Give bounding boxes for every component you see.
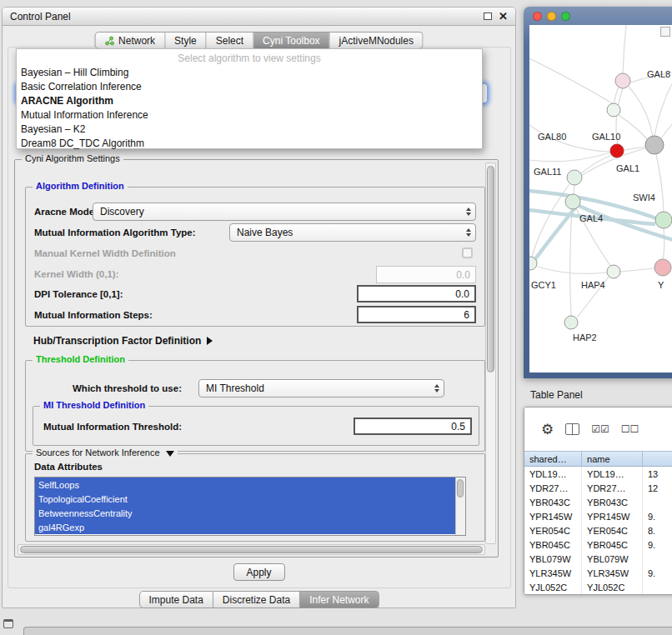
mi-type-select[interactable]: Naive Bayes [229,223,476,242]
algorithm-placeholder[interactable]: Select algorithm to view settings [17,51,482,65]
tab-discretize-data[interactable]: Discretize Data [213,591,300,608]
control-panel-titlebar[interactable]: Control Panel ✕ [3,8,515,26]
network-node-gal10-selected[interactable] [610,144,624,158]
network-node-hap2[interactable] [564,316,578,329]
settings-horizontal-scrollbar-thumb[interactable] [20,546,483,553]
minimize-window-button[interactable] [547,12,556,21]
restore-panel-icon[interactable] [3,619,13,628]
network-node[interactable] [654,259,671,276]
gear-icon[interactable]: ⚙ [541,422,554,437]
expand-arrow-icon [207,337,213,345]
settings-vertical-scrollbar[interactable] [485,162,496,544]
cell[interactable] [643,495,672,509]
cell[interactable]: YPR145W [524,509,582,523]
attribute-item[interactable]: BetweennessCentrality [35,506,465,520]
cell[interactable] [643,580,672,594]
settings-horizontal-scrollbar[interactable] [18,544,485,555]
close-icon[interactable]: ✕ [499,11,508,22]
tab-network[interactable]: Network [94,32,165,49]
table-row[interactable]: YPR145W YPR145W 9. [524,509,672,523]
tab-cyni-toolbox[interactable]: Cyni Toolbox [253,32,329,49]
cell[interactable]: YJL052C [524,580,582,594]
cell[interactable]: YLR345W [582,566,643,580]
settings-vertical-scrollbar-thumb[interactable] [487,166,494,372]
network-node[interactable] [607,103,620,117]
hub-section-toggle[interactable]: Hub/Transcription Factor Definition [33,332,213,350]
which-threshold-select[interactable]: MI Threshold [198,379,444,398]
tab-style[interactable]: Style [165,32,207,49]
mi-threshold-input[interactable]: 0.5 [354,418,472,435]
cell[interactable] [643,552,672,566]
table-row[interactable]: YER054C YER054C 8. [524,523,672,538]
sources-section-toggle[interactable]: Sources for Network Inference [33,448,178,458]
tab-select[interactable]: Select [207,32,253,49]
float-window-icon[interactable] [484,12,492,20]
table-row[interactable]: YBL079W YBL079W [524,552,672,566]
column-header[interactable] [643,452,672,466]
cell[interactable]: 12 [643,481,672,495]
cell[interactable]: 9. [643,538,672,552]
cell[interactable]: 13 [643,467,672,481]
algorithm-option[interactable]: Bayesian – Hill Climbing [17,65,482,79]
kernel-width-input[interactable]: 0.0 [376,266,476,283]
cell[interactable]: YBR043C [582,495,643,509]
network-node[interactable] [615,73,630,88]
algorithm-option[interactable]: Basic Correlation Inference [17,79,482,93]
cell[interactable]: YBR045C [524,538,582,552]
table-row[interactable]: YDR27… YDR27… 12 [524,481,672,495]
table-row[interactable]: YJL052C YJL052C [524,580,672,594]
table-row[interactable]: YBR045C YBR045C 9. [524,538,672,552]
network-node-gal1[interactable] [645,136,664,154]
select-all-icon[interactable]: ☑☑ [591,424,609,434]
cell[interactable]: YBL079W [582,552,643,566]
dpi-tolerance-input[interactable]: 0.0 [357,285,476,302]
apply-button[interactable]: Apply [233,563,284,581]
list-scrollbar[interactable] [455,478,465,535]
cell[interactable]: YDL19… [582,467,643,481]
algorithm-option[interactable]: Dream8 DC_TDC Algorithm [17,136,482,150]
column-header-name[interactable]: name [582,452,643,466]
zoom-window-button[interactable] [561,12,570,21]
tab-impute-data[interactable]: Impute Data [138,591,213,608]
manual-kernel-checkbox[interactable] [462,248,473,258]
cell[interactable]: YER054C [524,523,582,538]
cell[interactable]: YJL052C [582,580,643,594]
close-window-button[interactable] [533,12,542,21]
table-row[interactable]: YDL19… YDL19… 13 [524,467,672,481]
network-node-swi4[interactable] [655,212,672,228]
cell[interactable]: YBL079W [524,552,582,566]
table-row[interactable]: YLR345W YLR345W 9. [524,566,672,580]
algorithm-option-selected[interactable]: ARACNE Algorithm [17,93,482,108]
tab-jactivemodules[interactable]: jActiveMNodules [330,32,424,49]
cell[interactable]: YDL19… [524,467,582,481]
cell[interactable]: YBR043C [524,495,582,509]
tab-infer-network[interactable]: Infer Network [300,591,379,608]
cell[interactable]: 8. [643,523,672,538]
algorithm-option[interactable]: Mutual Information Inference [17,108,482,122]
table-row[interactable]: YBR043C YBR043C [524,495,672,509]
cell[interactable]: 9. [643,566,672,580]
threshold-definition-title: Threshold Definition [33,354,128,364]
data-attributes-list[interactable]: SelfLoops TopologicalCoefficient Between… [34,477,466,536]
cell[interactable]: YPR145W [582,509,643,523]
column-header-shared-name[interactable]: shared… [524,452,582,466]
algorithm-option[interactable]: Bayesian – K2 [17,122,482,136]
network-node-gal4[interactable] [565,194,580,209]
network-canvas[interactable]: GAL80 GAL10 GAL8 GAL11 GAL1 SWI4 GAL4 GC… [529,25,672,372]
cell[interactable]: YDR27… [582,481,643,495]
aracne-mode-select[interactable]: Discovery [93,202,476,221]
cell[interactable]: YBR045C [582,538,643,552]
network-node-gal11[interactable] [567,170,582,185]
cell[interactable]: YLR345W [524,566,582,580]
attribute-item[interactable]: SelfLoops [35,478,465,492]
cell[interactable]: 9. [643,509,672,523]
mi-steps-input[interactable]: 6 [357,306,476,323]
attribute-item[interactable]: gal4RGexp [35,520,465,534]
deselect-all-icon[interactable]: ☐☐ [621,424,639,434]
attribute-item[interactable]: TopologicalCoefficient [35,492,465,506]
columns-icon[interactable] [565,423,579,435]
cell[interactable]: YDR27… [524,481,582,495]
network-node-hap4[interactable] [607,265,620,278]
list-scrollbar-thumb[interactable] [457,479,464,498]
cell[interactable]: YER054C [582,523,643,538]
